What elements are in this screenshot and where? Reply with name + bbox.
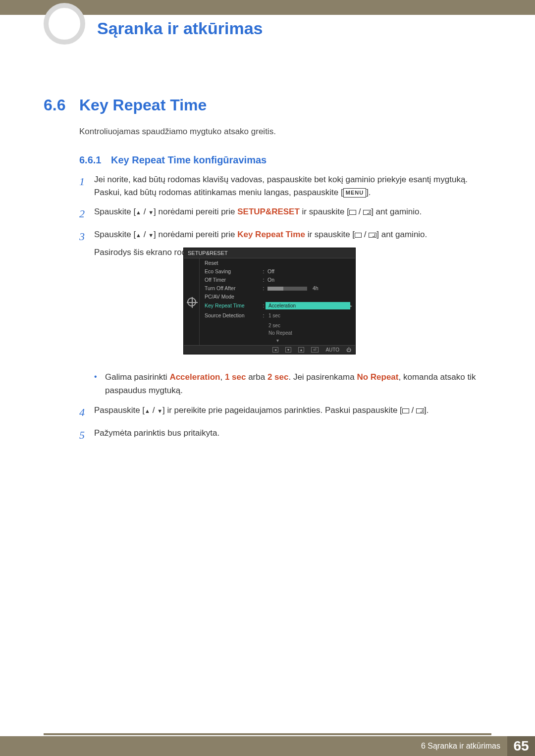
osd-menu-item: PC/AV Mode xyxy=(202,292,353,301)
osd-option: 2 sec xyxy=(266,322,350,329)
up-icon xyxy=(136,230,141,239)
target-label: Key Repeat Time xyxy=(237,230,305,239)
toolbar-enter-icon: ⏎ xyxy=(311,347,319,353)
step-text: Spauskite [ xyxy=(94,207,136,216)
osd-toolbar: ◂ ▾ ▴ ⏎ AUTO ⏻ xyxy=(184,345,355,354)
source-icon xyxy=(349,210,356,215)
footer-chapter-label: 6 Sąranka ir atkūrimas xyxy=(421,742,507,751)
step-text: ir spauskite [ xyxy=(305,230,355,239)
osd-title: SETUP&RESET xyxy=(184,248,355,258)
up-icon xyxy=(145,405,150,415)
down-icon xyxy=(148,230,154,239)
step-text: ir spauskite [ xyxy=(300,207,349,216)
up-icon xyxy=(136,207,141,216)
source-icon xyxy=(402,408,409,413)
step-text: Paskui, kad būtų rodomas atitinkamas men… xyxy=(94,188,343,197)
osd-item-label: Reset xyxy=(205,260,262,266)
osd-screenshot: SETUP&RESET Reset Eco Saving : Off Off T… xyxy=(183,248,356,354)
step-text: ] ant gaminio. xyxy=(371,207,422,216)
osd-menu-item-selected: Key Repeat Time : Acceleration xyxy=(202,301,353,310)
toolbar-power-icon: ⏻ xyxy=(346,347,351,353)
step-4: 4 Paspauskite [ / ] ir pereikite prie pa… xyxy=(79,404,481,421)
option-label: Acceleration xyxy=(169,372,220,382)
section-intro: Kontroliuojamas spaudžiamo mygtuko atsak… xyxy=(79,127,276,137)
option-label: 2 sec xyxy=(268,372,289,382)
step-number: 5 xyxy=(79,427,94,444)
page-footer: 6 Sąranka ir atkūrimas 65 xyxy=(0,733,535,756)
step-text: Spauskite [ xyxy=(94,230,136,239)
bullet-note: • Galima pasirinkti Acceleration, 1 sec … xyxy=(94,371,481,397)
step-text: Pažymėta parinktis bus pritaikyta. xyxy=(94,427,481,444)
osd-item-label: Off Timer xyxy=(205,277,262,283)
note-text: arba xyxy=(246,372,267,382)
enter-icon xyxy=(363,210,371,215)
osd-item-label: Key Repeat Time xyxy=(205,302,262,308)
osd-item-label: Eco Saving xyxy=(205,268,262,274)
osd-menu-item: 2 sec No Repeat xyxy=(202,320,353,338)
step-5: 5 Pažymėta parinktis bus pritaikyta. xyxy=(79,427,481,444)
subsection-title: Key Repeat Time konfigūravimas xyxy=(111,154,267,166)
osd-item-label: Source Detection xyxy=(205,312,262,318)
bullet-icon: • xyxy=(94,371,105,397)
slider-icon xyxy=(268,287,307,291)
subsection-number: 6.6.1 xyxy=(79,154,101,166)
osd-menu-item: Eco Saving : Off xyxy=(202,267,353,275)
toolbar-back-icon: ◂ xyxy=(272,347,278,353)
menu-icon: MENU xyxy=(343,188,366,198)
chevron-down-icon: ▾ xyxy=(202,338,353,344)
osd-item-label: Turn Off After xyxy=(205,285,262,291)
option-label: No Repeat xyxy=(357,372,398,382)
step-number: 4 xyxy=(79,404,94,421)
step-number: 3 xyxy=(79,228,94,259)
step-text: ] ir pereikite prie pageidaujamos parink… xyxy=(162,405,402,415)
osd-category-icon-col xyxy=(184,258,200,345)
osd-menu-item: Source Detection : 1 sec xyxy=(202,310,353,320)
step-text: Jei norite, kad būtų rodomas klavišų vad… xyxy=(94,175,468,184)
osd-option-selected: Acceleration xyxy=(266,302,350,309)
step-text: ]. xyxy=(366,188,371,197)
toolbar-up-icon: ▴ xyxy=(298,347,304,353)
step-number: 1 xyxy=(79,173,94,200)
osd-item-value: On xyxy=(266,277,350,283)
chapter-badge xyxy=(44,3,85,45)
chapter-title: Sąranka ir atkūrimas xyxy=(97,19,263,38)
note-text: Galima pasirinkti xyxy=(105,372,169,382)
down-icon xyxy=(157,405,162,415)
step-2: 2 Spauskite [ / ] norėdami pereiti prie … xyxy=(79,205,481,222)
osd-item-value: Off xyxy=(266,268,350,274)
osd-slider-value: 4h xyxy=(313,285,319,291)
note-text: . Jei pasirenkama xyxy=(288,372,357,382)
step-text: ] norėdami pereiti prie xyxy=(154,207,237,216)
source-icon xyxy=(355,233,362,238)
step-text: ] ant gaminio. xyxy=(376,230,427,239)
enter-icon xyxy=(369,233,376,238)
section-title: Key Repeat Time xyxy=(79,96,207,114)
step-1: 1 Jei norite, kad būtų rodomas klavišų v… xyxy=(79,173,481,200)
toolbar-auto-label: AUTO xyxy=(325,347,339,353)
osd-menu-item: Off Timer : On xyxy=(202,275,353,284)
option-label: 1 sec xyxy=(225,372,246,382)
osd-option: No Repeat xyxy=(266,329,350,337)
osd-option: 1 sec xyxy=(266,312,350,319)
down-icon xyxy=(148,207,154,216)
note-text: , xyxy=(220,372,224,382)
osd-item-value: 4h xyxy=(266,285,350,291)
section-number: 6.6 xyxy=(44,96,65,114)
enter-icon xyxy=(416,408,424,413)
step-text: ] norėdami pereiti prie xyxy=(154,230,237,239)
step-text: ]. xyxy=(424,405,428,415)
page-number: 65 xyxy=(507,736,535,756)
gear-icon xyxy=(187,298,196,306)
step-number: 2 xyxy=(79,205,94,222)
osd-item-label: PC/AV Mode xyxy=(205,294,262,300)
target-label: SETUP&RESET xyxy=(237,207,300,216)
osd-menu-item: Turn Off After : 4h xyxy=(202,284,353,292)
step-text: Paspauskite [ xyxy=(94,405,145,415)
osd-menu-item: Reset xyxy=(202,258,353,267)
toolbar-down-icon: ▾ xyxy=(285,347,291,353)
